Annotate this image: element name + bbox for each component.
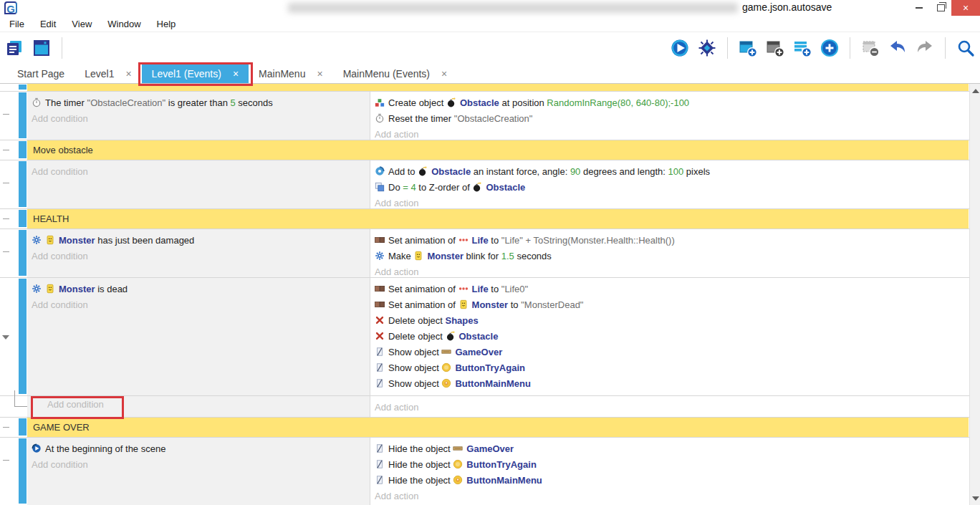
- scroll-down-icon[interactable]: [972, 496, 979, 501]
- add-condition-button[interactable]: Add condition: [27, 164, 370, 180]
- menu-item-view[interactable]: View: [64, 19, 100, 29]
- comment-row: Move obstacle: [0, 140, 969, 160]
- conditions-column: Add condition: [27, 160, 370, 208]
- minimize-button[interactable]: [908, 0, 930, 16]
- scene-editor-icon[interactable]: [32, 38, 52, 58]
- menu-item-edit[interactable]: Edit: [32, 19, 64, 29]
- instruction-text: seconds: [236, 97, 273, 108]
- life-icon: [458, 284, 469, 294]
- column-divider: [370, 438, 370, 505]
- add-condition-button[interactable]: Add condition: [27, 249, 370, 264]
- instruction-text: Add action: [375, 402, 418, 413]
- add-more-icon[interactable]: [820, 38, 840, 58]
- comment-body[interactable]: HEALTH: [27, 209, 969, 229]
- undo-icon[interactable]: [888, 38, 908, 58]
- show-icon: [375, 443, 385, 453]
- condition-line[interactable]: Monster is dead: [27, 282, 370, 297]
- event-selection-bar[interactable]: [19, 418, 27, 436]
- menu-item-help[interactable]: Help: [149, 19, 184, 29]
- event-row: Monster has just been damagedAdd conditi…: [0, 229, 969, 278]
- redo-icon[interactable]: [915, 38, 935, 58]
- action-line[interactable]: Hide the object ButtonMainMenu: [370, 473, 969, 489]
- action-line[interactable]: Reset the timer "ObstacleCreation": [370, 111, 969, 127]
- delete-event-icon[interactable]: [860, 38, 880, 58]
- action-line[interactable]: Set animation of Monster to "MonsterDead…: [370, 297, 969, 313]
- object-name: Life: [472, 235, 489, 246]
- condition-line[interactable]: The timer "ObstacleCreation" is greater …: [27, 95, 370, 111]
- tab-level1-events[interactable]: Level1 (Events)×: [142, 64, 249, 83]
- maximize-button[interactable]: [930, 0, 951, 16]
- action-line[interactable]: Show object ButtonTryAgain: [370, 360, 969, 376]
- expand-arrow-icon[interactable]: [2, 335, 9, 340]
- event-selection-bar[interactable]: [19, 141, 27, 158]
- comment-body[interactable]: [27, 84, 969, 91]
- life-icon: [458, 235, 469, 245]
- scroll-up-icon[interactable]: [972, 89, 979, 93]
- column-divider: [370, 278, 370, 395]
- vertical-scrollbar[interactable]: [969, 84, 980, 505]
- monster-icon: [45, 284, 55, 294]
- event-selection-bar[interactable]: [19, 279, 27, 394]
- gameover-icon: [441, 347, 451, 357]
- comment-body[interactable]: GAME OVER: [27, 418, 969, 437]
- tab-close-icon[interactable]: ×: [125, 68, 131, 80]
- action-line[interactable]: Set animation of Life to "Life" + ToStri…: [370, 233, 969, 249]
- add-event-icon[interactable]: [738, 38, 758, 58]
- event-selection-bar[interactable]: [19, 230, 27, 276]
- event-selection-bar[interactable]: [19, 92, 27, 138]
- gameover-icon: [453, 443, 463, 453]
- add-subevent-icon[interactable]: [765, 38, 785, 58]
- object-name: GameOver: [466, 443, 514, 454]
- tab-close-icon[interactable]: ×: [233, 68, 239, 80]
- tab-level1[interactable]: Level1×: [75, 64, 141, 83]
- tab-close-icon[interactable]: ×: [317, 68, 322, 80]
- event-selection-bar[interactable]: [19, 85, 27, 90]
- action-line[interactable]: Create object Obstacle at position Rando…: [370, 95, 969, 111]
- action-line[interactable]: Hide the object GameOver: [370, 441, 969, 457]
- conditions-column: Monster is deadAdd condition: [27, 278, 370, 395]
- tab-mainmenu[interactable]: MainMenu×: [249, 64, 333, 83]
- event-row: At the beginning of the sceneAdd conditi…: [0, 438, 969, 505]
- project-manager-icon[interactable]: [4, 38, 24, 58]
- comment-body[interactable]: Move obstacle: [27, 140, 969, 160]
- tab-start-page[interactable]: Start Page: [7, 64, 75, 83]
- search-icon[interactable]: [956, 38, 976, 58]
- play-preview-icon[interactable]: [670, 38, 690, 58]
- instruction-text: an instant force, angle:: [471, 166, 570, 177]
- debug-icon[interactable]: [697, 38, 717, 58]
- action-line[interactable]: Do = 4 to Z-order of Obstacle: [370, 180, 969, 196]
- instruction-text: Add to: [388, 166, 418, 177]
- comment-label: HEALTH: [33, 213, 69, 224]
- tab-close-icon[interactable]: ×: [441, 68, 447, 80]
- action-line[interactable]: Show object GameOver: [370, 345, 969, 360]
- tab-label: MainMenu (Events): [343, 68, 430, 80]
- begin-scene-icon: [32, 443, 42, 453]
- action-line[interactable]: Hide the object ButtonTryAgain: [370, 457, 969, 473]
- action-line[interactable]: Set animation of Life to "Life0": [370, 282, 969, 297]
- event-selection-bar[interactable]: [19, 438, 27, 504]
- menu-item-file[interactable]: File: [1, 19, 32, 29]
- event-selection-bar[interactable]: [19, 210, 27, 227]
- object-name: Monster: [59, 235, 95, 246]
- add-condition-button[interactable]: Add condition: [47, 399, 104, 410]
- action-line[interactable]: Delete object Obstacle: [370, 329, 969, 345]
- add-comment-icon[interactable]: [792, 38, 812, 58]
- action-line[interactable]: Make Monster blink for 1.5 seconds: [370, 249, 969, 264]
- menu-item-window[interactable]: Window: [100, 19, 148, 29]
- action-line[interactable]: Show object ButtonMainMenu: [370, 376, 969, 392]
- actions-column: Add action: [370, 396, 969, 417]
- tab-mainmenu-events[interactable]: MainMenu (Events)×: [333, 64, 458, 83]
- instruction-text: Set animation of: [388, 235, 458, 246]
- add-action-button[interactable]: Add action: [370, 489, 969, 504]
- condition-line[interactable]: At the beginning of the scene: [27, 441, 370, 457]
- create-object-icon: [375, 97, 385, 107]
- add-condition-button[interactable]: Add condition: [27, 297, 370, 313]
- action-line[interactable]: Add to Obstacle an instant force, angle:…: [370, 164, 969, 180]
- add-action-button[interactable]: Add action: [370, 400, 969, 415]
- action-line[interactable]: Delete object Shapes: [370, 313, 969, 329]
- event-selection-bar[interactable]: [19, 161, 27, 207]
- add-condition-button[interactable]: Add condition: [27, 111, 370, 127]
- close-button[interactable]: ×: [951, 0, 980, 16]
- condition-line[interactable]: Monster has just been damaged: [27, 233, 370, 249]
- add-condition-button[interactable]: Add condition: [27, 457, 370, 473]
